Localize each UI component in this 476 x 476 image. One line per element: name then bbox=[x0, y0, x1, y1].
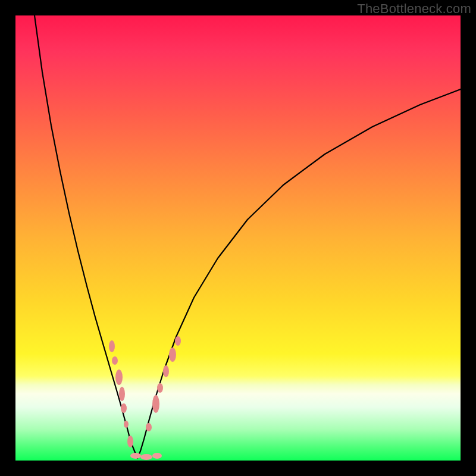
dot-right-1 bbox=[152, 395, 159, 413]
dot-left-6 bbox=[127, 436, 133, 447]
dot-right-5 bbox=[175, 336, 181, 346]
dot-left-0 bbox=[109, 340, 115, 352]
dot-bottom-1 bbox=[140, 454, 152, 460]
dots-group bbox=[109, 336, 181, 460]
dot-right-3 bbox=[163, 365, 169, 377]
curve-group bbox=[35, 15, 461, 458]
dot-left-4 bbox=[121, 403, 127, 413]
dot-right-2 bbox=[157, 383, 163, 393]
plot-frame bbox=[15, 15, 461, 461]
dot-left-5 bbox=[124, 421, 129, 428]
dot-right-0 bbox=[146, 423, 152, 431]
dot-left-3 bbox=[119, 387, 125, 401]
dot-bottom-0 bbox=[130, 453, 141, 459]
dot-right-4 bbox=[169, 347, 176, 362]
curve-svg bbox=[15, 15, 461, 461]
dot-left-1 bbox=[112, 356, 118, 365]
curve-right-branch bbox=[137, 89, 461, 458]
dot-bottom-2 bbox=[152, 453, 162, 459]
watermark-text: TheBottleneck.com bbox=[357, 1, 471, 17]
dot-left-2 bbox=[115, 369, 123, 385]
